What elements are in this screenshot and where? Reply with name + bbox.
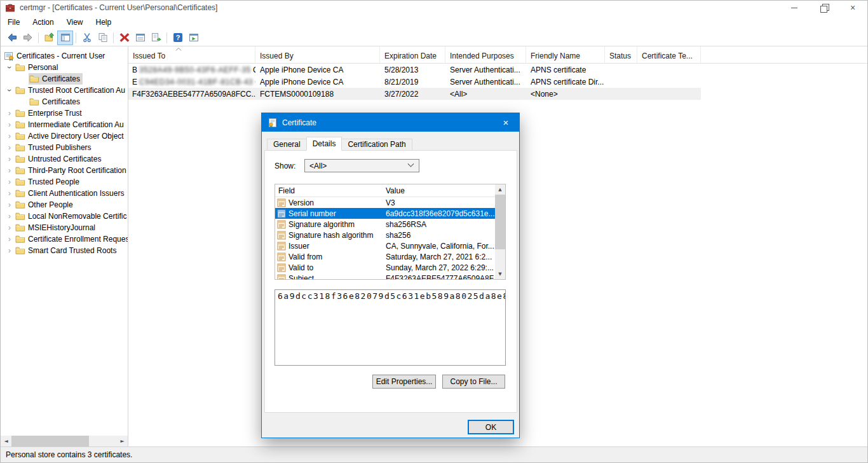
scrollbar-thumb[interactable]: [11, 436, 89, 446]
chevron-collapsed-icon[interactable]: ›: [4, 165, 15, 176]
field-icon: [277, 220, 286, 229]
grid-row-subject[interactable]: Subject F4F3263AEBE54777A6509A8F...: [275, 273, 495, 279]
folder-icon: [15, 165, 25, 176]
chevron-collapsed-icon[interactable]: ›: [4, 131, 15, 141]
console-tree-panel: Certificates - Current User › Personal C…: [1, 46, 128, 446]
tree-item-trusted-root[interactable]: › Trusted Root Certification Au: [1, 85, 128, 96]
chevron-collapsed-icon[interactable]: ›: [4, 108, 15, 118]
scroll-up-arrow-icon[interactable]: ▲: [495, 184, 505, 195]
tab-general[interactable]: General: [267, 139, 307, 151]
column-header-intended-purposes[interactable]: Intended Purposes: [445, 46, 526, 63]
tree-item-intermediate-ca[interactable]: › Intermediate Certification Au: [1, 119, 128, 130]
grid-row-valid-from[interactable]: Valid from Saturday, March 27, 2021 6:2.…: [275, 251, 495, 262]
menu-file[interactable]: File: [6, 16, 26, 29]
folder-icon: [15, 211, 25, 221]
chevron-expanded-icon[interactable]: ›: [4, 85, 15, 95]
export-list-button[interactable]: [148, 31, 164, 45]
chevron-collapsed-icon[interactable]: ›: [4, 142, 15, 153]
chevron-collapsed-icon[interactable]: ›: [4, 211, 15, 221]
folder-icon: [15, 177, 25, 187]
toolbar-separator: [166, 32, 167, 43]
grid-row-serial-number-selected[interactable]: Serial number 6a9dcc318f36e82079d5c631e.…: [275, 208, 495, 219]
tree-item-other-people[interactable]: › Other People: [1, 199, 128, 211]
tree-item-enterprise-trust[interactable]: › Enterprise Trust: [1, 107, 128, 119]
up-one-level-button[interactable]: [41, 31, 57, 45]
column-header-issued-by[interactable]: Issued By: [255, 46, 380, 63]
tree-item-client-auth-issuers[interactable]: › Client Authentication Issuers: [1, 188, 128, 199]
scrollbar-thumb[interactable]: [495, 195, 505, 249]
scroll-left-arrow-icon[interactable]: ◄: [1, 436, 11, 446]
field-column-header[interactable]: Field: [275, 186, 386, 195]
tree-item-third-party-root[interactable]: › Third-Party Root Certification: [1, 165, 128, 176]
chevron-collapsed-icon[interactable]: ›: [4, 177, 15, 187]
delete-button[interactable]: [116, 31, 132, 45]
new-window-button[interactable]: [186, 31, 201, 45]
show-hide-console-tree-button[interactable]: [57, 31, 73, 45]
value-column-header[interactable]: Value: [386, 186, 505, 195]
tree-horizontal-scrollbar[interactable]: ◄ ►: [1, 436, 128, 446]
tree-item-smart-card-trusted-roots[interactable]: › Smart Card Trusted Roots: [1, 245, 128, 256]
grid-vertical-scrollbar[interactable]: ▲ ▼: [495, 184, 505, 279]
tree-item-trusted-people[interactable]: › Trusted People: [1, 176, 128, 188]
grid-row-version[interactable]: Version V3: [275, 197, 495, 208]
tree-item-personal-certificates[interactable]: Certificates: [1, 73, 128, 85]
cut-button[interactable]: [79, 31, 95, 45]
close-button[interactable]: ×: [838, 1, 867, 15]
folder-icon: [29, 74, 39, 84]
title-bar: certmgr - [Certificates - Current User\P…: [1, 1, 867, 15]
chevron-collapsed-icon[interactable]: ›: [4, 223, 15, 233]
certificate-row-selected[interactable]: F4F3263AEBE54777A6509A8FCC... FCTEMS0000…: [128, 88, 701, 100]
menu-action[interactable]: Action: [31, 16, 60, 29]
minimize-button[interactable]: [780, 1, 809, 15]
tree-item-cert-enrollment-requests[interactable]: › Certificate Enrollment Reques: [1, 233, 128, 245]
forward-button[interactable]: [20, 31, 36, 45]
properties-button[interactable]: [132, 31, 148, 45]
certificate-row[interactable]: B3528A49-9B50-43F6-AEFF-35C... Apple iPh…: [128, 64, 701, 76]
chevron-collapsed-icon[interactable]: ›: [4, 200, 15, 210]
menu-help[interactable]: Help: [95, 16, 118, 29]
chevron-collapsed-icon[interactable]: ›: [4, 154, 15, 164]
tree-item-msie-history-journal[interactable]: › MSIEHistoryJournal: [1, 222, 128, 233]
field-icon: [277, 231, 286, 240]
ok-button[interactable]: OK: [468, 420, 514, 434]
copy-button[interactable]: [95, 31, 111, 45]
chevron-collapsed-icon[interactable]: ›: [4, 188, 15, 198]
column-header-expiration-date[interactable]: Expiration Date: [380, 46, 445, 63]
dialog-close-button[interactable]: ×: [492, 113, 519, 132]
serial-number-detail-text[interactable]: 6a9dcc318f36e82079d5c631eb589a8025da8e80: [275, 289, 506, 366]
show-dropdown[interactable]: <All>: [304, 159, 419, 172]
grid-row-issuer[interactable]: Issuer CA, Sunnyvale, California, For...: [275, 240, 495, 251]
grid-row-signature-algorithm[interactable]: Signature algorithm sha256RSA: [275, 219, 495, 230]
certificate-store-icon: [4, 51, 14, 61]
column-header-issued-to[interactable]: Issued To: [128, 46, 255, 63]
scroll-right-arrow-icon[interactable]: ►: [117, 436, 128, 446]
tree-item-personal[interactable]: › Personal: [1, 62, 128, 73]
tree-item-certificates-current-user[interactable]: Certificates - Current User: [1, 50, 128, 62]
copy-to-file-button[interactable]: Copy to File...: [442, 375, 505, 389]
tree-item-trusted-publishers[interactable]: › Trusted Publishers: [1, 142, 128, 153]
chevron-collapsed-icon[interactable]: ›: [4, 120, 15, 130]
scroll-down-arrow-icon[interactable]: ▼: [495, 269, 505, 279]
tree-item-ad-user-object[interactable]: › Active Directory User Object: [1, 130, 128, 142]
chevron-collapsed-icon[interactable]: ›: [4, 234, 15, 244]
help-button[interactable]: [170, 31, 186, 45]
tab-details[interactable]: Details: [306, 137, 342, 151]
chevron-expanded-icon[interactable]: ›: [4, 62, 15, 73]
menu-view[interactable]: View: [65, 16, 90, 29]
column-header-status[interactable]: Status: [605, 46, 637, 63]
tree-item-local-nonremovable[interactable]: › Local NonRemovable Certific: [1, 211, 128, 222]
column-header-certificate-template[interactable]: Certificate Te...: [637, 46, 701, 63]
show-label: Show:: [275, 162, 295, 170]
edit-properties-button[interactable]: Edit Properties...: [372, 375, 436, 389]
grid-row-valid-to[interactable]: Valid to Sunday, March 27, 2022 6:29:...: [275, 262, 495, 273]
back-button[interactable]: [4, 31, 20, 45]
app-toolbox-icon: [5, 3, 15, 13]
tab-certification-path[interactable]: Certification Path: [341, 139, 412, 151]
column-header-friendly-name[interactable]: Friendly Name: [526, 46, 605, 63]
tree-item-untrusted-certificates[interactable]: › Untrusted Certificates: [1, 153, 128, 165]
certificate-row[interactable]: EC94ED34-0031-41BF-81CB-43C... Apple iPh…: [128, 76, 701, 88]
chevron-collapsed-icon[interactable]: ›: [4, 245, 15, 256]
grid-row-signature-hash-algorithm[interactable]: Signature hash algorithm sha256: [275, 230, 495, 240]
restore-button[interactable]: [809, 1, 838, 15]
tree-item-trusted-root-certificates[interactable]: Certificates: [1, 96, 128, 107]
